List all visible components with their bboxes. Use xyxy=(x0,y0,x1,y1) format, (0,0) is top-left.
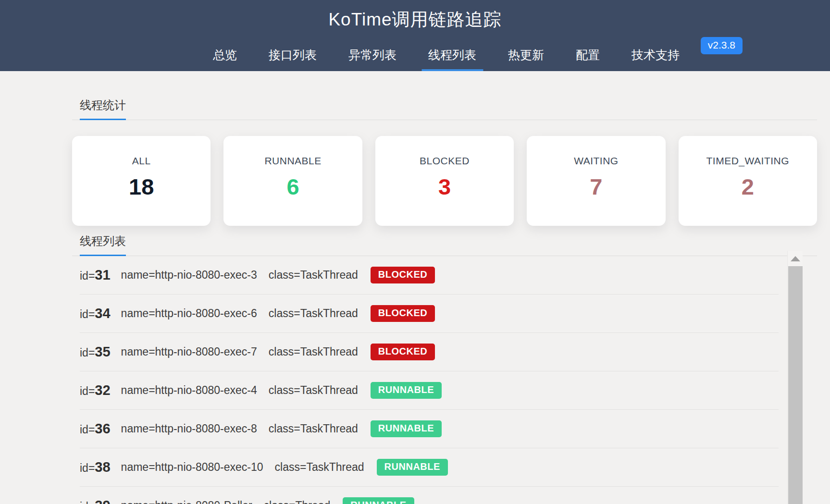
scroll-up-button[interactable] xyxy=(788,251,803,266)
stat-card-value: 3 xyxy=(438,173,451,200)
thread-class: class=TaskThread xyxy=(269,345,358,358)
scroll-up-icon xyxy=(791,256,800,261)
thread-name: name=http-nio-8080-exec-6 xyxy=(121,307,257,320)
stats-section-header: 线程统计 xyxy=(72,71,817,120)
thread-class: class=TaskThread xyxy=(275,461,364,474)
thread-list: id=31 name=http-nio-8080-exec-3 class=Ta… xyxy=(80,256,779,504)
nav-tab-label: 接口列表 xyxy=(269,48,317,61)
nav-tab[interactable]: 接口列表 xyxy=(267,41,319,71)
nav-tab-label: 总览 xyxy=(213,48,237,61)
thread-name: name=http-nio-8080-exec-10 xyxy=(121,461,263,474)
page-title: KoTime调用链路追踪 xyxy=(0,0,830,32)
thread-row: id=38 name=http-nio-8080-exec-10 class=T… xyxy=(80,448,779,487)
thread-state-badge: RUNNABLE xyxy=(371,420,442,437)
thread-row: id=35 name=http-nio-8080-exec-7 class=Ta… xyxy=(80,333,779,371)
thread-class: class=TaskThread xyxy=(269,269,358,282)
stat-card: RUNNABLE 6 xyxy=(223,136,362,226)
stat-card: TIMED_WAITING 2 xyxy=(679,136,817,226)
thread-class: class=TaskThread xyxy=(269,422,358,435)
thread-class: class=Thread xyxy=(264,499,331,504)
nav-tab-label: 异常列表 xyxy=(348,48,396,61)
list-section-header: 线程列表 xyxy=(72,226,817,256)
thread-id: id=31 xyxy=(80,267,111,283)
section-divider xyxy=(72,120,817,120)
scrollbar-thumb[interactable] xyxy=(788,266,803,504)
app-header: KoTime调用链路追踪 总览 接口列表 异常列表 线程列表 热更新 配置 技术… xyxy=(0,0,830,71)
stat-card-value: 18 xyxy=(129,173,154,200)
stat-card: WAITING 7 xyxy=(527,136,665,226)
nav-tab-label: 技术支持 xyxy=(632,48,680,61)
stat-card: BLOCKED 3 xyxy=(375,136,514,226)
list-section-title: 线程列表 xyxy=(80,234,126,256)
nav-tab[interactable]: 热更新 xyxy=(506,41,546,71)
thread-id: id=35 xyxy=(80,344,111,360)
nav-tab[interactable]: 配置 xyxy=(574,41,602,71)
stats-cards-row: ALL 18 RUNNABLE 6 BLOCKED 3 WAITING 7 TI… xyxy=(72,136,817,226)
thread-class: class=TaskThread xyxy=(269,384,358,397)
nav-tab[interactable]: 总览 xyxy=(211,41,239,71)
stat-card-label: WAITING xyxy=(574,155,619,167)
thread-row: id=34 name=http-nio-8080-exec-6 class=Ta… xyxy=(80,295,779,333)
stat-card: ALL 18 xyxy=(72,136,211,226)
nav-tab-label: 热更新 xyxy=(508,48,544,61)
stat-card-value: 2 xyxy=(742,173,754,200)
thread-id: id=38 xyxy=(80,459,111,475)
thread-row: id=36 name=http-nio-8080-exec-8 class=Ta… xyxy=(80,410,779,448)
thread-row: id=31 name=http-nio-8080-exec-3 class=Ta… xyxy=(80,256,779,295)
stats-section-title: 线程统计 xyxy=(80,98,126,120)
nav-bar: 总览 接口列表 异常列表 线程列表 热更新 配置 技术支持 xyxy=(211,41,681,71)
thread-name: name=http-nio-8080-exec-4 xyxy=(121,384,257,397)
main-content: 线程统计 ALL 18 RUNNABLE 6 BLOCKED 3 WAITING… xyxy=(0,71,830,504)
thread-row: id=32 name=http-nio-8080-exec-4 class=Ta… xyxy=(80,371,779,410)
stat-card-value: 6 xyxy=(287,173,299,200)
thread-name: name=http-nio-8080-Poller xyxy=(121,499,252,504)
stat-card-label: BLOCKED xyxy=(420,155,470,167)
thread-state-badge: BLOCKED xyxy=(371,267,435,283)
section-divider xyxy=(72,256,817,256)
nav-tab[interactable]: 技术支持 xyxy=(630,41,681,71)
stat-card-label: RUNNABLE xyxy=(264,155,321,167)
thread-id: id=32 xyxy=(80,382,111,398)
thread-state-badge: BLOCKED xyxy=(371,305,435,322)
thread-id: id=34 xyxy=(80,306,111,321)
thread-state-badge: BLOCKED xyxy=(371,344,435,360)
stat-card-label: TIMED_WAITING xyxy=(706,155,790,167)
thread-name: name=http-nio-8080-exec-8 xyxy=(121,422,257,435)
nav-tab[interactable]: 异常列表 xyxy=(347,41,398,71)
nav-tab[interactable]: 线程列表 xyxy=(426,41,478,71)
nav-tab-label: 线程列表 xyxy=(428,48,476,61)
thread-name: name=http-nio-8080-exec-3 xyxy=(121,269,257,282)
version-badge[interactable]: v2.3.8 xyxy=(701,37,743,54)
thread-id: id=39 xyxy=(80,498,111,504)
thread-name: name=http-nio-8080-exec-7 xyxy=(121,345,257,358)
thread-row: id=39 name=http-nio-8080-Poller class=Th… xyxy=(80,487,779,504)
thread-state-badge: RUNNABLE xyxy=(343,497,414,504)
thread-class: class=TaskThread xyxy=(269,307,358,320)
scrollbar[interactable] xyxy=(787,251,803,504)
thread-state-badge: RUNNABLE xyxy=(377,459,448,476)
thread-id: id=36 xyxy=(80,421,111,437)
stat-card-label: ALL xyxy=(132,155,151,167)
thread-state-badge: RUNNABLE xyxy=(371,382,442,399)
stat-card-value: 7 xyxy=(590,173,602,200)
nav-tab-label: 配置 xyxy=(576,48,600,61)
